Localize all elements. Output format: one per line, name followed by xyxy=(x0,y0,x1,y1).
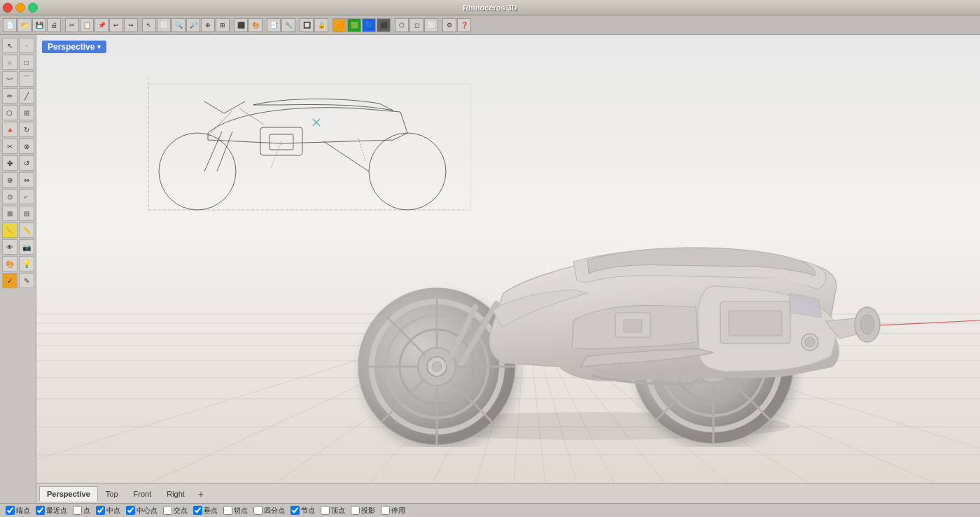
tab-front[interactable]: Front xyxy=(126,486,160,502)
svg-rect-64 xyxy=(624,320,642,332)
snap-icon[interactable]: 🔲 xyxy=(300,18,314,32)
rotate-icon[interactable]: ↺ xyxy=(19,155,34,171)
print-icon[interactable]: 🖨 xyxy=(47,18,61,32)
layer-icon[interactable]: 📑 xyxy=(267,18,281,32)
snap-proj[interactable]: 投影 xyxy=(351,506,375,516)
line-icon[interactable]: ╱ xyxy=(19,88,34,104)
mirror-icon[interactable]: ⇔ xyxy=(19,172,34,187)
snap-center[interactable]: 中心点 xyxy=(126,506,158,516)
render-icon[interactable]: 🎨 xyxy=(248,18,262,32)
point-icon[interactable]: · xyxy=(19,38,34,53)
main-toolbar: 📄 📂 💾 🖨 ✂ 📋 📌 ↩ ↪ ↖ ⬜ 🔍 🔎 ⊕ ⊞ ⬛ 🎨 📑 🔧 🔲 … xyxy=(0,15,980,35)
snap-point[interactable]: 点 xyxy=(73,506,90,516)
tab-right[interactable]: Right xyxy=(159,486,192,502)
solid-icon[interactable]: ⬜ xyxy=(424,18,438,32)
viewport-tabs: Perspective Top Front Right + xyxy=(36,483,980,503)
tab-perspective[interactable]: Perspective xyxy=(39,486,98,502)
curve-icon[interactable]: 〰 xyxy=(2,71,18,87)
svg-rect-60 xyxy=(729,311,782,336)
arc-icon[interactable]: ⌒ xyxy=(19,71,34,87)
redo-icon[interactable]: ↪ xyxy=(124,18,138,32)
paste-icon[interactable]: 📌 xyxy=(94,18,108,32)
left-toolbar: ↖ · ○ □ 〰 ⌒ ✏ ╱ ⬡ ⊞ 🔺 ↻ ✂ ⊗ ✤ ↺ xyxy=(0,35,36,503)
svg-point-62 xyxy=(805,337,815,347)
properties-icon[interactable]: 🔧 xyxy=(281,18,295,32)
fillet-icon[interactable]: ⌐ xyxy=(19,189,34,204)
svg-rect-67 xyxy=(148,84,470,210)
svg-line-73 xyxy=(204,101,224,113)
viewport-perspective-label[interactable]: Perspective ▾ xyxy=(42,41,106,53)
snap-mid[interactable]: 中点 xyxy=(96,506,120,516)
light-icon[interactable]: 💡 xyxy=(19,256,34,271)
circle-icon[interactable]: ○ xyxy=(2,55,18,70)
zoom-in-icon[interactable]: 🔍 xyxy=(172,18,186,32)
zoom-all-icon[interactable]: ⊕ xyxy=(201,18,215,32)
color1-icon[interactable]: 🟧 xyxy=(332,18,346,32)
cut-icon[interactable]: ✂ xyxy=(65,18,79,32)
rect-icon[interactable]: □ xyxy=(19,55,34,70)
svg-line-81 xyxy=(271,141,281,168)
revolve-icon[interactable]: ↻ xyxy=(19,122,34,137)
move-icon[interactable]: ✤ xyxy=(2,155,18,171)
save-icon[interactable]: 💾 xyxy=(32,18,46,32)
scale-icon[interactable]: ⊕ xyxy=(2,172,18,187)
svg-point-66 xyxy=(860,315,874,334)
join-icon[interactable]: ⊞ xyxy=(2,206,18,221)
mesh2-icon[interactable]: ⊞ xyxy=(19,105,34,120)
color3-icon[interactable]: 🟦 xyxy=(362,18,376,32)
svg-line-74 xyxy=(224,101,245,113)
svg-point-58 xyxy=(432,362,442,371)
window-select-icon[interactable]: ⬜ xyxy=(157,18,171,32)
zoom-out-icon[interactable]: 🔎 xyxy=(186,18,200,32)
snap-vertex[interactable]: 顶点 xyxy=(321,506,345,516)
help-icon[interactable]: ❓ xyxy=(457,18,471,32)
undo-icon[interactable]: ↩ xyxy=(109,18,123,32)
zoom-sel-icon[interactable]: ⊞ xyxy=(216,18,230,32)
color4-icon[interactable]: ⬛ xyxy=(377,18,391,32)
wireframe-overlay xyxy=(141,70,491,224)
camera-icon[interactable]: 📷 xyxy=(19,239,34,255)
render2-icon[interactable]: 🎨 xyxy=(2,256,18,271)
snap-knot[interactable]: 节点 xyxy=(290,506,315,516)
surface-icon[interactable]: ◻ xyxy=(410,18,424,32)
gumball-icon[interactable]: ✓ xyxy=(2,273,18,288)
view-icon[interactable]: 👁 xyxy=(2,239,18,255)
explode-icon[interactable]: ⊟ xyxy=(19,206,34,221)
extrude-icon[interactable]: 🔺 xyxy=(2,122,18,137)
snap-perp[interactable]: 垂点 xyxy=(193,506,218,516)
viewport[interactable]: Perspective ▾ xyxy=(36,35,980,503)
select-icon[interactable]: ↖ xyxy=(142,18,156,32)
settings-icon[interactable]: ⚙ xyxy=(442,18,456,32)
open-icon[interactable]: 📂 xyxy=(18,18,31,32)
snap-intersect[interactable]: 交点 xyxy=(163,506,188,516)
new-icon[interactable]: 📄 xyxy=(3,18,17,32)
svg-point-68 xyxy=(159,133,236,210)
snap-near[interactable]: 最近点 xyxy=(36,506,67,516)
svg-line-83 xyxy=(208,111,232,136)
shaded-icon[interactable]: ⬛ xyxy=(234,18,248,32)
snap-disable[interactable]: 停用 xyxy=(381,506,405,516)
lock-icon[interactable]: 🔒 xyxy=(314,18,328,32)
titlebar-title: Rhinoceros 3D xyxy=(59,3,921,12)
snap-endpoint[interactable]: 端点 xyxy=(6,506,30,516)
cursor-icon[interactable]: ↖ xyxy=(2,38,18,53)
split-icon[interactable]: ⊗ xyxy=(19,139,34,154)
color2-icon[interactable]: 🟩 xyxy=(347,18,361,32)
offset-icon[interactable]: ⊙ xyxy=(2,189,18,204)
surface2-icon[interactable]: ⬡ xyxy=(2,105,18,120)
freeform-icon[interactable]: ✏ xyxy=(2,88,18,104)
snap-quad[interactable]: 四分点 xyxy=(253,506,285,516)
svg-point-69 xyxy=(369,133,446,210)
mesh-icon[interactable]: ⬡ xyxy=(395,18,409,32)
titlebar: Rhinoceros 3D xyxy=(0,0,980,15)
svg-line-82 xyxy=(358,139,365,161)
tab-top[interactable]: Top xyxy=(98,486,126,502)
analyze-icon[interactable]: 📐 xyxy=(2,222,18,238)
snap-tan[interactable]: 切点 xyxy=(223,506,248,516)
history-icon[interactable]: ✎ xyxy=(19,273,34,288)
copy-icon[interactable]: 📋 xyxy=(80,18,94,32)
svg-line-72 xyxy=(323,141,369,171)
trim-icon[interactable]: ✂ xyxy=(2,139,18,154)
dimension-icon[interactable]: 📏 xyxy=(19,222,34,238)
tab-add-button[interactable]: + xyxy=(192,486,209,502)
